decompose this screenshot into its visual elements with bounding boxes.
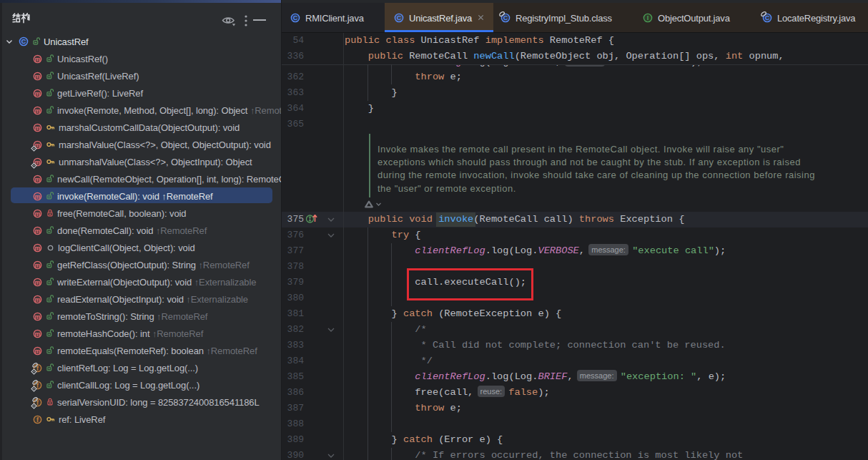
svg-text:m: m — [35, 72, 41, 79]
svg-text:C: C — [293, 14, 298, 21]
svg-text:m: m — [35, 55, 41, 62]
svg-text:m: m — [35, 89, 41, 97]
svg-text:m: m — [35, 244, 41, 251]
svg-text:m: m — [35, 330, 41, 337]
svg-text:m: m — [35, 261, 41, 268]
svg-text:m: m — [35, 210, 41, 217]
svg-text:m: m — [35, 227, 41, 234]
svg-text:C: C — [21, 38, 26, 45]
svg-text:C: C — [397, 14, 402, 21]
svg-text:m: m — [35, 192, 41, 200]
svg-text:m: m — [35, 313, 41, 320]
svg-text:m: m — [35, 124, 41, 131]
svg-text:m: m — [35, 347, 41, 354]
svg-text:I: I — [647, 14, 648, 21]
svg-text:m: m — [35, 295, 41, 303]
svg-text:m: m — [35, 107, 41, 114]
svg-text:m: m — [35, 278, 41, 285]
svg-text:m: m — [35, 175, 41, 182]
